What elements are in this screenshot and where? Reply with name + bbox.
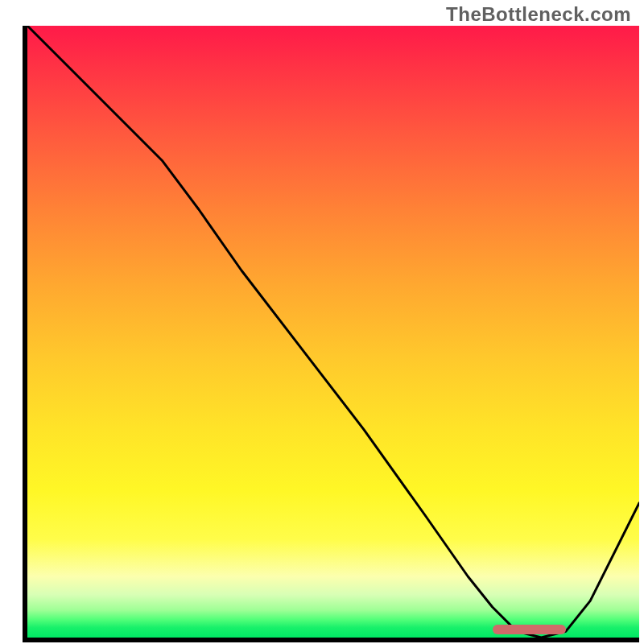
- plot-area: [27, 26, 639, 638]
- chart-container: TheBottleneck.com: [0, 0, 644, 644]
- watermark-text: TheBottleneck.com: [446, 3, 631, 26]
- optimal-range-marker: [493, 625, 566, 634]
- plot-axes: [23, 26, 639, 642]
- bottleneck-curve: [27, 26, 639, 638]
